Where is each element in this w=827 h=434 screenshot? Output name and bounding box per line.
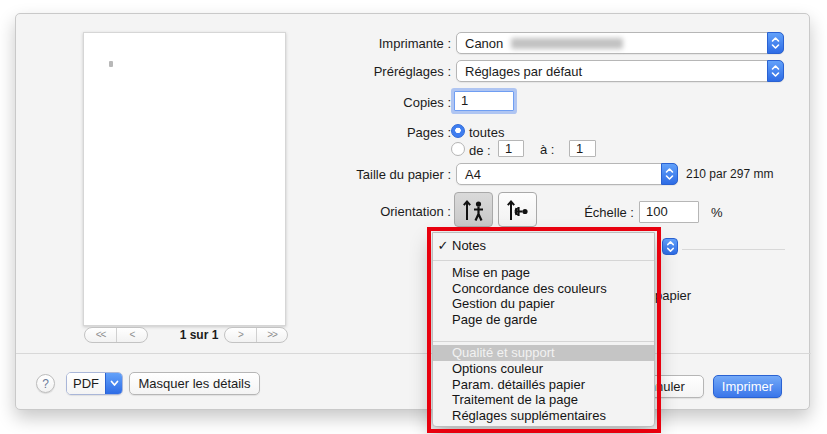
menu-item-page-de-garde[interactable]: Page de garde [433,312,654,328]
next-page-button[interactable]: > [225,328,256,342]
menu-item-reglages-supplementaires[interactable]: Réglages supplémentaires [433,408,654,424]
scale-label: Échelle : [516,205,634,220]
orientation-label: Orientation : [301,204,451,219]
page-nav-forward-group: > >> [224,327,288,343]
portrait-icon [460,196,487,223]
hide-details-button[interactable]: Masquer les détails [129,372,260,395]
pages-from-input[interactable]: 1 [498,140,524,157]
checkmark-icon: ✓ [436,236,450,256]
preview-navigation: << < 1 sur 1 > >> [16,327,316,345]
help-button[interactable]: ? [36,374,55,393]
menu-item-param-detailles-papier[interactable]: Param. détaillés papier [433,377,654,393]
scale-unit: % [711,205,731,220]
pages-label: Pages : [301,125,451,140]
page-counter: 1 sur 1 [169,328,229,342]
page-content-mark [109,61,113,67]
footer-separator [16,353,811,354]
panes-dropdown-stepper-icon[interactable] [662,238,678,255]
paper-size-dropdown[interactable]: A4 [456,163,678,185]
page-nav-back-group: << < [84,327,148,343]
pdf-menu-button[interactable]: PDF [66,372,123,395]
printer-dropdown[interactable]: Canon [456,32,784,54]
pages-to-input[interactable]: 1 [569,140,596,157]
menu-item-mise-en-page[interactable]: Mise en page [433,265,654,281]
menu-item-gestion-du-papier[interactable]: Gestion du papier [433,296,654,312]
menu-separator [433,260,654,261]
paper-size-value: A4 [465,167,481,182]
scale-input[interactable]: 100 [639,201,699,223]
copies-input[interactable]: 1 [454,91,514,111]
menu-separator [433,341,654,342]
pages-to-label: à : [540,142,560,157]
paper-size-label: Taille du papier : [301,167,451,182]
pane-separator [682,249,785,250]
previous-page-button[interactable]: < [116,328,147,342]
print-button[interactable]: Imprimer [713,375,782,398]
menu-item-traitement-de-la-page[interactable]: Traitement de la page [433,392,654,408]
pages-range-radio[interactable] [451,142,465,156]
paper-dimensions: 210 par 297 mm [686,167,796,181]
panes-menu: ✓ Notes Mise en page Concordance des cou… [432,232,655,427]
print-dialog: << < 1 sur 1 > >> Imprimante : Canon Pré… [15,13,810,410]
redacted-printer-model [511,38,623,49]
preview-page [83,32,286,326]
last-page-button[interactable]: >> [256,328,287,342]
printer-value: Canon [465,36,503,51]
pdf-label: PDF [67,373,105,394]
pages-all-label: toutes [469,125,529,140]
menu-item-concordance-des-couleurs[interactable]: Concordance des couleurs [433,281,654,297]
presets-label: Préréglages : [301,64,451,79]
pages-all-radio[interactable] [451,124,465,138]
copies-label: Copies : [301,95,451,110]
presets-dropdown-stepper-icon [767,60,784,82]
paper-size-dropdown-stepper-icon [661,163,678,185]
orientation-portrait-button[interactable] [454,192,493,227]
presets-dropdown[interactable]: Réglages par défaut [456,60,784,82]
menu-item-qualite-et-support[interactable]: Qualité et support [433,345,654,361]
printer-label: Imprimante : [301,36,451,51]
pane-label-fragment: papier [655,288,691,303]
presets-value: Réglages par défaut [465,64,582,79]
menu-item-options-couleur[interactable]: Options couleur [433,361,654,377]
printer-dropdown-stepper-icon [767,32,784,54]
pdf-chevron-down-icon [105,373,122,394]
first-page-button[interactable]: << [85,328,116,342]
menu-item-notes[interactable]: ✓ Notes [433,236,654,256]
